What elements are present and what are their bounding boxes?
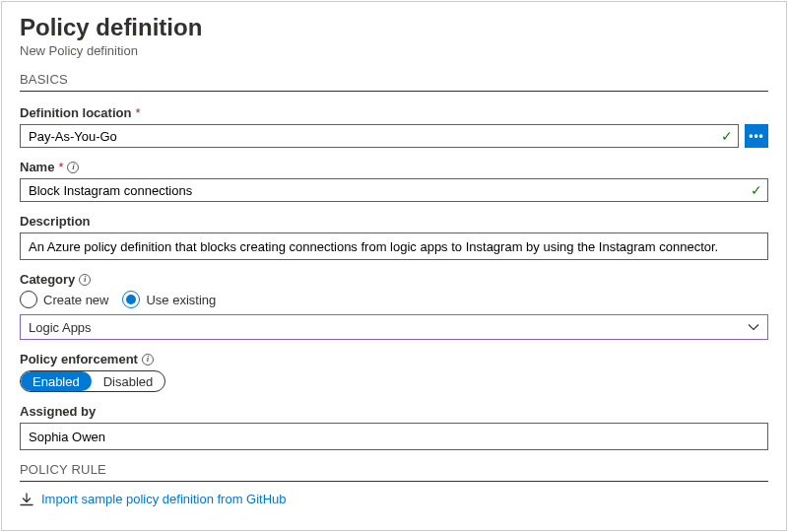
- enforcement-toggle[interactable]: Enabled Disabled: [20, 370, 165, 392]
- radio-icon: [122, 291, 140, 308]
- category-select-value: Logic Apps: [29, 320, 92, 335]
- page-title: Policy definition: [20, 14, 768, 41]
- name-label: Name * i: [20, 160, 768, 174]
- browse-location-button[interactable]: •••: [745, 124, 768, 148]
- category-radio-create-new[interactable]: Create new: [20, 291, 108, 308]
- field-definition-location: Definition location * ✓ •••: [20, 105, 768, 148]
- policy-definition-page: Policy definition New Policy definition …: [1, 1, 787, 531]
- category-radio-use-existing[interactable]: Use existing: [122, 291, 216, 308]
- field-description: Description: [20, 214, 768, 260]
- download-icon: [20, 493, 33, 506]
- enforcement-label: Policy enforcement i: [20, 352, 768, 366]
- field-name: Name * i ✓: [20, 160, 768, 202]
- name-input[interactable]: [20, 178, 768, 202]
- radio-icon: [20, 291, 37, 308]
- enforcement-disabled[interactable]: Disabled: [92, 371, 165, 391]
- page-subtitle: New Policy definition: [20, 43, 768, 58]
- field-assigned-by: Assigned by: [20, 404, 768, 450]
- info-icon[interactable]: i: [142, 354, 154, 366]
- enforcement-enabled[interactable]: Enabled: [21, 371, 92, 391]
- definition-location-label: Definition location *: [20, 105, 768, 120]
- section-basics: BASICS: [20, 72, 768, 92]
- description-input[interactable]: [20, 233, 768, 260]
- category-select[interactable]: Logic Apps: [20, 314, 768, 340]
- chevron-down-icon: [748, 321, 759, 333]
- import-sample-link[interactable]: Import sample policy definition from Git…: [20, 492, 768, 506]
- info-icon[interactable]: i: [67, 162, 79, 173]
- assigned-by-input[interactable]: [20, 423, 768, 450]
- section-policy-rule: POLICY RULE: [20, 462, 768, 482]
- field-policy-enforcement: Policy enforcement i Enabled Disabled: [20, 352, 768, 392]
- info-icon[interactable]: i: [79, 274, 91, 286]
- required-indicator: *: [135, 105, 140, 120]
- definition-location-input[interactable]: [20, 124, 739, 148]
- category-label: Category i: [20, 272, 768, 287]
- field-category: Category i Create new Use existing Logic…: [20, 272, 768, 340]
- description-label: Description: [20, 214, 768, 229]
- required-indicator: *: [58, 160, 63, 174]
- assigned-by-label: Assigned by: [20, 404, 768, 419]
